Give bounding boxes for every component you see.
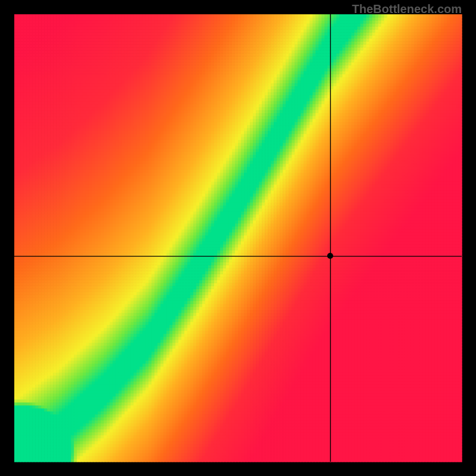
watermark-text: TheBottleneck.com: [352, 2, 462, 16]
bottleneck-heatmap: [0, 0, 476, 476]
